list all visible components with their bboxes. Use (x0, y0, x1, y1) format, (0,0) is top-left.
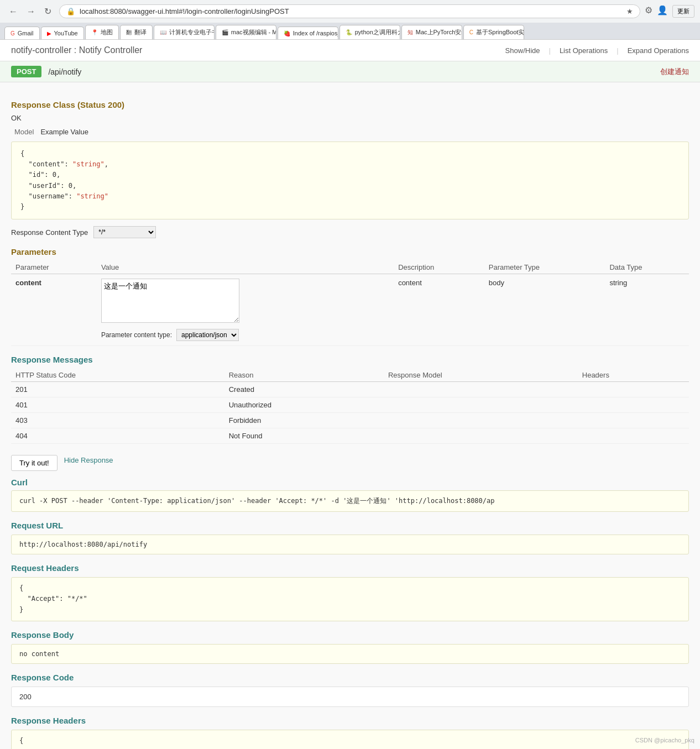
tab-youtube[interactable]: ▶ YouTube (41, 27, 84, 39)
parameters-heading: Parameters (11, 247, 689, 256)
param-value-textarea[interactable]: 这是一个通知 (101, 279, 239, 323)
code-line-4: "userId": 0, (20, 181, 680, 191)
tab-springboot-label: 基于SpringBoot实... (476, 28, 524, 36)
show-hide-link[interactable]: Show/Hide (505, 46, 540, 55)
col-http-status: HTTP Status Code (11, 369, 224, 382)
update-button[interactable]: 更新 (672, 5, 694, 18)
url-input[interactable] (80, 7, 622, 15)
response-messages-table: HTTP Status Code Reason Response Model H… (11, 369, 689, 444)
api-content: Response Class (Status 200) OK Model Exa… (0, 82, 700, 749)
headers-404 (578, 428, 689, 444)
tab-video[interactable]: 🎬 mac视频编辑 - Ma... (216, 25, 276, 39)
response-headers-value: { (11, 730, 689, 749)
hide-response-link[interactable]: Hide Response (64, 456, 113, 464)
model-201 (384, 382, 578, 397)
nav-buttons: ← → ↻ (6, 5, 55, 18)
reason-201: Created (224, 382, 384, 397)
code-line-2: "content": "string", (20, 159, 680, 170)
param-content-type-row: Parameter content type: application/json (101, 329, 389, 341)
response-headers-section: Response Headers { (11, 716, 689, 749)
tab-translate[interactable]: 翻 翻译 (120, 25, 153, 39)
tab-map[interactable]: 📍 地图 (85, 25, 119, 39)
extension-icon[interactable]: ⚙ (645, 5, 652, 18)
headers-201 (578, 382, 689, 397)
curl-section: Curl curl -X POST --header 'Content-Type… (11, 478, 689, 512)
col-reason: Reason (224, 369, 384, 382)
example-tab[interactable]: Example Value (37, 127, 91, 137)
param-content-type-label: Parameter content type: (101, 331, 172, 339)
response-body-value: no content (11, 644, 689, 664)
pytorch-favicon: 知 (408, 29, 413, 36)
param-data-type: string (605, 274, 689, 346)
page-content: notify-controller : Notify Controller Sh… (0, 40, 700, 749)
status-code-401: 401 (11, 397, 224, 413)
request-headers-section: Request Headers { "Accept": "*/*" } (11, 563, 689, 621)
code-line-6: } (20, 202, 680, 212)
browser-toolbar: ← → ↻ 🔒 ★ ⚙ 👤 更新 (0, 0, 700, 23)
response-code-heading: Response Code (11, 673, 689, 682)
code-line-3: "id": 0, (20, 170, 680, 180)
forward-button[interactable]: → (23, 5, 39, 18)
lock-icon: 🔒 (66, 7, 75, 15)
bookmark-icon[interactable]: ★ (626, 7, 633, 15)
status-code-403: 403 (11, 413, 224, 428)
code-line-1: { (20, 149, 680, 159)
endpoint-row: POST /api/notify 创建通知 (0, 61, 700, 82)
response-row-404: 404 Not Found (11, 428, 689, 444)
response-row-403: 403 Forbidden (11, 413, 689, 428)
watermark: CSDN @picacho_pkq (635, 737, 694, 743)
tab-raspios[interactable]: 🍓 Index of /raspios_... (278, 27, 338, 39)
reason-404: Not Found (224, 428, 384, 444)
endpoint-path: /api/notify (48, 67, 660, 76)
reason-403: Forbidden (224, 413, 384, 428)
response-code-section: Response Code 200 (11, 673, 689, 707)
sep2: | (617, 46, 618, 55)
back-button[interactable]: ← (6, 5, 21, 18)
python-favicon: 🐍 (346, 29, 352, 35)
reload-button[interactable]: ↻ (41, 5, 55, 18)
model-tab[interactable]: Model (11, 127, 37, 137)
endpoint-action-link[interactable]: 创建通知 (660, 67, 689, 77)
tab-pytorch-label: Mac上PyTorch安装... (416, 28, 462, 36)
headers-403 (578, 413, 689, 428)
curl-heading: Curl (11, 478, 689, 487)
tab-gmail-label: Gmail (18, 30, 34, 36)
col-headers: Headers (578, 369, 689, 382)
tab-python[interactable]: 🐍 python之调用科大... (339, 25, 400, 39)
param-content-type-select[interactable]: application/json (176, 329, 239, 341)
headers-401 (578, 397, 689, 413)
gmail-favicon: G (11, 30, 15, 36)
response-content-type-select[interactable]: */* application/json (93, 226, 156, 238)
list-operations-link[interactable]: List Operations (560, 46, 608, 55)
try-it-button[interactable]: Try it out! (11, 455, 58, 471)
raspios-favicon: 🍓 (284, 30, 290, 36)
parameters-table: Parameter Value Description Parameter Ty… (11, 261, 689, 346)
response-messages-heading: Response Messages (11, 355, 689, 364)
model-404 (384, 428, 578, 444)
reason-401: Unauthorized (224, 397, 384, 413)
header-links: Show/Hide | List Operations | Expand Ope… (505, 46, 689, 55)
try-it-row: Try it out! Hide Response (11, 449, 689, 471)
tab-gmail[interactable]: G Gmail (4, 27, 40, 39)
address-bar[interactable]: 🔒 ★ (59, 4, 640, 18)
tab-video-label: mac视频编辑 - Ma... (231, 28, 276, 36)
col-param-type: Parameter Type (484, 261, 605, 274)
tab-pytorch[interactable]: 知 Mac上PyTorch安装... (401, 25, 462, 39)
book-favicon: 📖 (160, 29, 166, 35)
method-badge: POST (11, 66, 41, 77)
translate-favicon: 翻 (126, 29, 132, 36)
tab-translate-label: 翻译 (134, 28, 147, 36)
expand-operations-link[interactable]: Expand Operations (628, 46, 689, 55)
response-content-type-label: Response Content Type (11, 228, 88, 237)
tab-youtube-label: YouTube (54, 30, 78, 36)
tab-springboot[interactable]: C 基于SpringBoot实... (463, 25, 524, 39)
video-favicon: 🎬 (222, 29, 228, 35)
response-headers-heading: Response Headers (11, 716, 689, 725)
user-icon[interactable]: 👤 (657, 5, 668, 18)
browser-action-icons: ⚙ 👤 更新 (645, 5, 694, 18)
col-value: Value (97, 261, 394, 274)
tab-book[interactable]: 📖 计算机专业电子书... (154, 25, 215, 39)
request-headers-value: { "Accept": "*/*" } (11, 577, 689, 621)
curl-value: curl -X POST --header 'Content-Type: app… (11, 490, 689, 512)
browser-tabs: G Gmail ▶ YouTube 📍 地图 翻 翻译 📖 计算机专业电子书..… (0, 23, 700, 39)
